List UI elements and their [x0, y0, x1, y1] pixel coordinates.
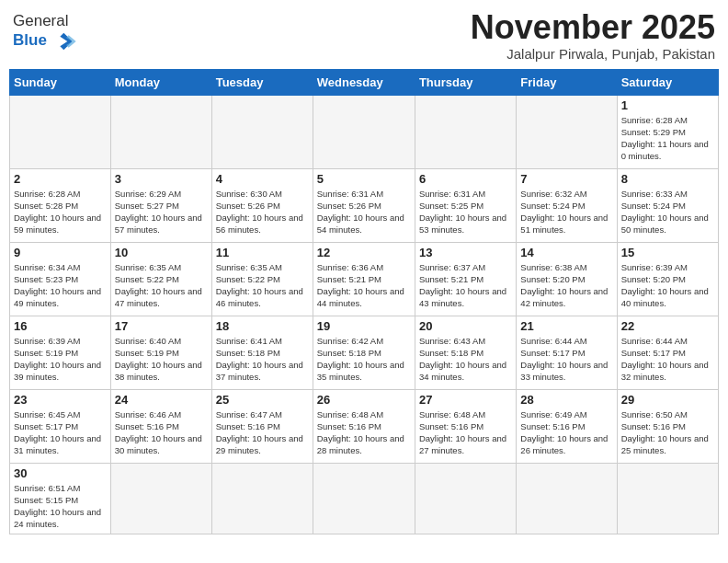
calendar-cell: 21Sunrise: 6:44 AM Sunset: 5:17 PM Dayli…	[517, 316, 617, 389]
day-number: 17	[115, 319, 208, 333]
day-info: Sunrise: 6:30 AM Sunset: 5:26 PM Dayligh…	[216, 188, 309, 236]
weekday-header-saturday: Saturday	[617, 69, 718, 95]
day-number: 8	[621, 172, 714, 186]
day-info: Sunrise: 6:34 AM Sunset: 5:23 PM Dayligh…	[14, 261, 107, 310]
day-info: Sunrise: 6:29 AM Sunset: 5:27 PM Dayligh…	[115, 188, 208, 236]
day-info: Sunrise: 6:28 AM Sunset: 5:29 PM Dayligh…	[621, 114, 714, 163]
month-title: November 2025	[471, 9, 715, 46]
calendar-cell: 26Sunrise: 6:48 AM Sunset: 5:16 PM Dayli…	[313, 389, 415, 463]
day-info: Sunrise: 6:42 AM Sunset: 5:18 PM Dayligh…	[317, 335, 411, 384]
day-number: 27	[419, 393, 512, 407]
day-number: 14	[520, 246, 612, 259]
day-info: Sunrise: 6:40 AM Sunset: 5:19 PM Dayligh…	[115, 335, 208, 384]
day-info: Sunrise: 6:36 AM Sunset: 5:21 PM Dayligh…	[317, 261, 411, 310]
calendar-cell: 12Sunrise: 6:36 AM Sunset: 5:21 PM Dayli…	[313, 242, 415, 316]
day-info: Sunrise: 6:39 AM Sunset: 5:20 PM Dayligh…	[621, 261, 714, 310]
calendar-table: SundayMondayTuesdayWednesdayThursdayFrid…	[9, 69, 719, 534]
day-info: Sunrise: 6:35 AM Sunset: 5:22 PM Dayligh…	[216, 261, 309, 310]
calendar-cell	[110, 95, 211, 168]
calendar-cell	[415, 463, 516, 534]
calendar-cell: 1Sunrise: 6:28 AM Sunset: 5:29 PM Daylig…	[617, 95, 718, 168]
calendar-week-4: 16Sunrise: 6:39 AM Sunset: 5:19 PM Dayli…	[10, 316, 719, 389]
calendar-cell: 7Sunrise: 6:32 AM Sunset: 5:24 PM Daylig…	[517, 168, 617, 242]
day-number: 16	[14, 319, 107, 333]
logo-blue: Blue	[13, 31, 47, 49]
calendar-cell: 13Sunrise: 6:37 AM Sunset: 5:21 PM Dayli…	[415, 242, 516, 316]
calendar-cell	[313, 95, 415, 168]
day-number: 19	[317, 319, 411, 333]
day-number: 4	[216, 172, 309, 186]
day-info: Sunrise: 6:31 AM Sunset: 5:25 PM Dayligh…	[419, 188, 512, 236]
calendar-cell: 24Sunrise: 6:46 AM Sunset: 5:16 PM Dayli…	[110, 389, 211, 463]
day-info: Sunrise: 6:44 AM Sunset: 5:17 PM Dayligh…	[621, 335, 714, 384]
title-block: November 2025 Jalalpur Pirwala, Punjab, …	[471, 9, 715, 62]
page-header: General Blue November 2025 Jalalpur Pirw…	[9, 9, 719, 62]
calendar-cell: 25Sunrise: 6:47 AM Sunset: 5:16 PM Dayli…	[211, 389, 313, 463]
day-info: Sunrise: 6:45 AM Sunset: 5:17 PM Dayligh…	[14, 408, 107, 457]
day-number: 24	[115, 393, 208, 407]
calendar-cell: 29Sunrise: 6:50 AM Sunset: 5:16 PM Dayli…	[617, 389, 718, 463]
day-info: Sunrise: 6:37 AM Sunset: 5:21 PM Dayligh…	[419, 261, 512, 310]
calendar-cell: 17Sunrise: 6:40 AM Sunset: 5:19 PM Dayli…	[110, 316, 211, 389]
calendar-cell: 20Sunrise: 6:43 AM Sunset: 5:18 PM Dayli…	[415, 316, 516, 389]
day-info: Sunrise: 6:28 AM Sunset: 5:28 PM Dayligh…	[14, 188, 107, 236]
calendar-cell: 2Sunrise: 6:28 AM Sunset: 5:28 PM Daylig…	[10, 168, 111, 242]
weekday-header-thursday: Thursday	[415, 69, 516, 95]
weekday-header-friday: Friday	[517, 69, 617, 95]
day-number: 26	[317, 393, 411, 407]
day-number: 20	[419, 319, 512, 333]
day-info: Sunrise: 6:32 AM Sunset: 5:24 PM Dayligh…	[520, 188, 612, 236]
day-number: 2	[14, 172, 107, 186]
day-number: 18	[216, 319, 309, 333]
calendar-cell: 22Sunrise: 6:44 AM Sunset: 5:17 PM Dayli…	[617, 316, 718, 389]
calendar-cell	[211, 463, 313, 534]
calendar-cell: 23Sunrise: 6:45 AM Sunset: 5:17 PM Dayli…	[10, 389, 111, 463]
day-info: Sunrise: 6:43 AM Sunset: 5:18 PM Dayligh…	[419, 335, 512, 384]
day-info: Sunrise: 6:31 AM Sunset: 5:26 PM Dayligh…	[317, 188, 411, 236]
calendar-cell	[211, 95, 313, 168]
calendar-cell: 28Sunrise: 6:49 AM Sunset: 5:16 PM Dayli…	[517, 389, 617, 463]
calendar-cell: 11Sunrise: 6:35 AM Sunset: 5:22 PM Dayli…	[211, 242, 313, 316]
day-number: 5	[317, 172, 411, 186]
weekday-header-sunday: Sunday	[10, 69, 111, 95]
day-number: 22	[621, 319, 714, 333]
logo-general: General	[13, 12, 68, 29]
day-info: Sunrise: 6:39 AM Sunset: 5:19 PM Dayligh…	[14, 335, 107, 384]
day-info: Sunrise: 6:41 AM Sunset: 5:18 PM Dayligh…	[216, 335, 309, 384]
calendar-cell: 30Sunrise: 6:51 AM Sunset: 5:15 PM Dayli…	[10, 463, 111, 534]
calendar-cell: 9Sunrise: 6:34 AM Sunset: 5:23 PM Daylig…	[10, 242, 111, 316]
day-number: 30	[14, 466, 107, 480]
day-info: Sunrise: 6:46 AM Sunset: 5:16 PM Dayligh…	[115, 408, 208, 457]
day-number: 7	[520, 172, 612, 186]
svg-marker-0	[60, 32, 72, 50]
calendar-week-5: 23Sunrise: 6:45 AM Sunset: 5:17 PM Dayli…	[10, 389, 719, 463]
calendar-cell: 5Sunrise: 6:31 AM Sunset: 5:26 PM Daylig…	[313, 168, 415, 242]
day-info: Sunrise: 6:49 AM Sunset: 5:16 PM Dayligh…	[520, 408, 612, 457]
calendar-cell	[517, 463, 617, 534]
day-number: 13	[419, 246, 512, 259]
day-number: 29	[621, 393, 714, 407]
day-number: 15	[621, 246, 714, 259]
calendar-week-1: 1Sunrise: 6:28 AM Sunset: 5:29 PM Daylig…	[10, 95, 719, 168]
calendar-cell: 27Sunrise: 6:48 AM Sunset: 5:16 PM Dayli…	[415, 389, 516, 463]
calendar-cell: 14Sunrise: 6:38 AM Sunset: 5:20 PM Dayli…	[517, 242, 617, 316]
calendar-cell: 8Sunrise: 6:33 AM Sunset: 5:24 PM Daylig…	[617, 168, 718, 242]
day-number: 21	[520, 319, 612, 333]
day-info: Sunrise: 6:38 AM Sunset: 5:20 PM Dayligh…	[520, 261, 612, 310]
calendar-cell: 15Sunrise: 6:39 AM Sunset: 5:20 PM Dayli…	[617, 242, 718, 316]
day-number: 25	[216, 393, 309, 407]
calendar-cell	[415, 95, 516, 168]
day-info: Sunrise: 6:47 AM Sunset: 5:16 PM Dayligh…	[216, 408, 309, 457]
day-info: Sunrise: 6:50 AM Sunset: 5:16 PM Dayligh…	[621, 408, 714, 457]
day-number: 23	[14, 393, 107, 407]
calendar-cell: 19Sunrise: 6:42 AM Sunset: 5:18 PM Dayli…	[313, 316, 415, 389]
day-info: Sunrise: 6:35 AM Sunset: 5:22 PM Dayligh…	[115, 261, 208, 310]
day-number: 9	[14, 246, 107, 259]
weekday-header-row: SundayMondayTuesdayWednesdayThursdayFrid…	[10, 69, 719, 95]
day-info: Sunrise: 6:48 AM Sunset: 5:16 PM Dayligh…	[317, 408, 411, 457]
calendar-cell: 16Sunrise: 6:39 AM Sunset: 5:19 PM Dayli…	[10, 316, 111, 389]
calendar-week-3: 9Sunrise: 6:34 AM Sunset: 5:23 PM Daylig…	[10, 242, 719, 316]
day-number: 6	[419, 172, 512, 186]
day-number: 28	[520, 393, 612, 407]
location-subtitle: Jalalpur Pirwala, Punjab, Pakistan	[471, 46, 715, 62]
